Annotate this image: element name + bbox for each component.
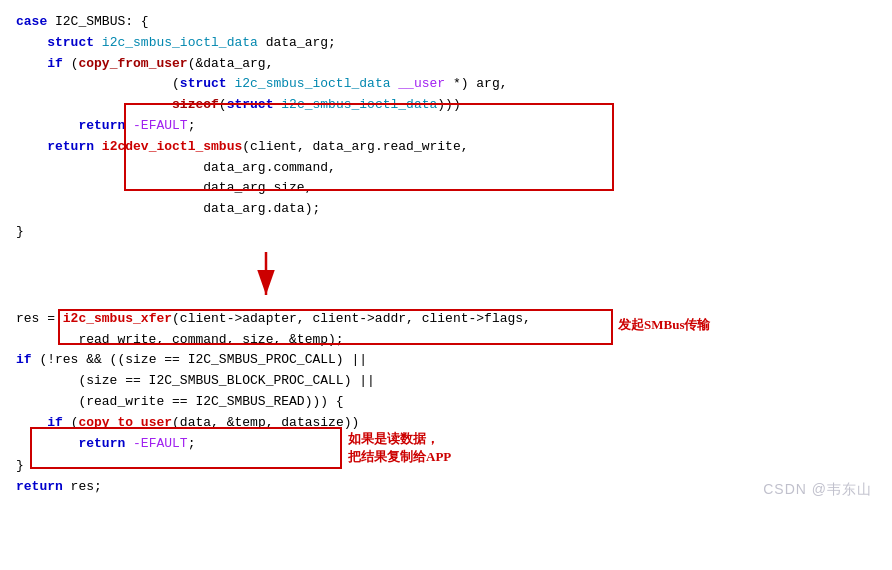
code-line-9: data_arg.size,	[16, 178, 876, 199]
code-line-6: return -EFAULT;	[16, 116, 876, 137]
code-line-b6: if (copy_to_user(data, &temp, datasize))	[16, 413, 876, 434]
arrow-section	[16, 247, 876, 307]
code-line-10: data_arg.data);	[16, 199, 876, 220]
annotation-smbus: 发起SMBus传输	[618, 315, 710, 336]
code-line-2: struct i2c_smbus_ioctl_data data_arg;	[16, 33, 876, 54]
code-line-b1: res = i2c_smbus_xfer(client->adapter, cl…	[16, 309, 876, 330]
code-line-4: (struct i2c_smbus_ioctl_data __user *) a…	[16, 74, 876, 95]
closing-brace: }	[16, 222, 876, 243]
code-line-1: case I2C_SMBUS: {	[16, 12, 876, 33]
code-line-b3: if (!res && ((size == I2C_SMBUS_PROC_CAL…	[16, 350, 876, 371]
code-line-7: return i2cdev_ioctl_smbus(client, data_a…	[16, 137, 876, 158]
code-line-b4: (size == I2C_SMBUS_BLOCK_PROC_CALL) ||	[16, 371, 876, 392]
code-line-8: data_arg.command,	[16, 158, 876, 179]
code-line-3: if (copy_from_user(&data_arg,	[16, 54, 876, 75]
code-line-b5: (read_write == I2C_SMBUS_READ))) {	[16, 392, 876, 413]
annotation-copy-line2: 把结果复制给APP	[348, 447, 451, 468]
code-line-b2: read_write, command, size, &temp);	[16, 330, 876, 351]
final-line-2: return res;	[16, 477, 876, 498]
code-container: case I2C_SMBUS: { struct i2c_smbus_ioctl…	[0, 0, 892, 510]
bottom-code-block: res = i2c_smbus_xfer(client->adapter, cl…	[16, 309, 876, 455]
down-arrow	[216, 247, 416, 307]
top-code-block: case I2C_SMBUS: { struct i2c_smbus_ioctl…	[16, 12, 876, 220]
code-line-5: sizeof(struct i2c_smbus_ioctl_data)))	[16, 95, 876, 116]
